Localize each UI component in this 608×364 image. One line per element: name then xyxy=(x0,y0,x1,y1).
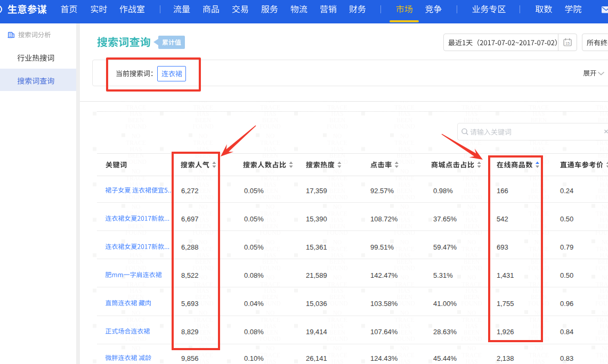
svg-text:15: 15 xyxy=(565,41,570,46)
